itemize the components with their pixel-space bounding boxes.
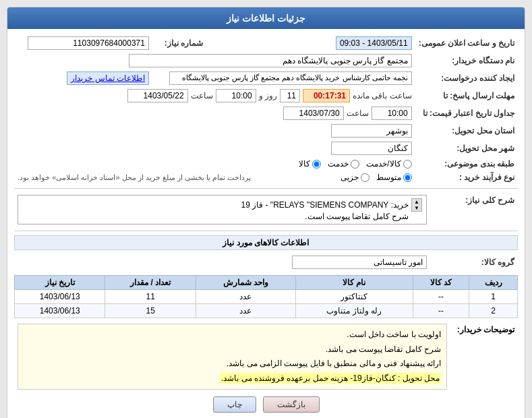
jadaval-saat-label: ساعت [347, 109, 369, 118]
ostan-value-cell: بوشهر [14, 122, 415, 140]
shahr-value-cell: کنگان [14, 140, 415, 157]
group-kala-table: گروه کالا: امور تاسیساتی [14, 253, 518, 271]
nofarayand-row: متوسط جزیی پرداخت تمام یا بخشی از مبلغ خ… [14, 171, 415, 184]
tawzihat-line: شرح کامل تقاضا پیوست می باشد. [24, 342, 441, 357]
radio-motavasset[interactable]: متوسط [376, 173, 412, 182]
content-area: تاریخ و ساعت اعلان عمومی: 1403/05/11 - 0… [7, 29, 525, 418]
mohlat-row: 1403/05/22 ساعت 10:00 روز و 11 00:17:31 … [14, 87, 415, 104]
table-row: 1--کنتاکتورعدد111403/06/13 [15, 290, 518, 304]
ijad-value-cell: نجمه حاتمی کارشناس خرید پالایشگاه دهم مج… [152, 69, 415, 87]
col-vahed: واحد شمارش [196, 276, 295, 290]
button-row: بازگشت چاپ [14, 396, 518, 413]
tawzihat-table: توضیحات خریدار: اولویت با ساخت داخل است.… [14, 322, 518, 391]
timer-value: 00:17:31 [303, 89, 350, 102]
col-tarikh: تاریخ نیاز [15, 276, 105, 290]
kala-data-table: ردیف کد کالا نام کالا واحد شمارش تعداد /… [14, 275, 518, 318]
shahr-value: کنگان [331, 142, 412, 155]
shahr-label: شهر محل تحویل: [415, 140, 518, 157]
kalaha-title: اطلاعات کالاهای مورد نیاز [14, 235, 518, 250]
radio-khedmat-input[interactable] [351, 160, 359, 169]
tawzihat-line: محل تحویل : کنگان-فاز19- هزینه حمل برعهد… [24, 371, 441, 386]
tarikh-value-cell: 1403/05/11 - 09:03 [233, 34, 415, 52]
main-container: جزئیات اطلاعات نیاز تاریخ و ساعت اعلان ع… [7, 7, 525, 418]
tamas-info-link[interactable]: اطلاعات تماس خریدار [67, 71, 149, 85]
mohlat-date: 1403/05/22 [127, 89, 188, 102]
jadaval-row: 1403/07/30 ساعت 10:00 [14, 104, 415, 122]
timer-label: ساعت باقی مانده [353, 91, 412, 100]
radio-khedmat[interactable]: خدمت [328, 159, 359, 169]
spinner-up[interactable]: ▲ [412, 199, 421, 205]
radio-khedmat-label: خدمت [328, 159, 349, 169]
sharh-table: شرح کلی نیاز: ▲ ▼ خرید: RELAYS "SIEMENS … [14, 193, 518, 227]
tarikh-value: 1403/05/11 - 09:03 [336, 36, 412, 50]
notes-box: اولویت با ساخت داخل است.شرح کامل تقاضا پ… [18, 324, 447, 390]
ijad-value: نجمه حاتمی کارشناس خرید پالایشگاه دهم مج… [169, 71, 412, 85]
group-kala-label: گروه کالا: [430, 253, 518, 271]
nofarayand-label: نوع فرآیند خرید : [415, 171, 518, 184]
page-header: جزئیات اطلاعات نیاز [7, 7, 525, 29]
namdastgah-label: نام دستگاه خریدار: [415, 52, 518, 69]
mohlat-roz: 11 [280, 89, 300, 102]
tamas-info-cell[interactable]: اطلاعات تماس خریدار [14, 69, 152, 87]
sharh-line1: خرید: RELAYS "SIEMENS COMPANY" - فاز 19 [241, 200, 409, 210]
shomare-label: شماره نیاز: [152, 34, 206, 52]
radio-jozi-input[interactable] [361, 173, 370, 182]
tawzihat-line: ارائه پیشنهاد فنی و مالی منطبق با فایل پ… [24, 357, 441, 371]
print-button[interactable]: چاپ [213, 396, 256, 413]
col-name: نام کالا [295, 276, 413, 290]
jadaval-label: جداول تاریخ اعتبار قیمت: تا [415, 104, 518, 122]
tawzihat-line: اولویت با ساخت داخل است. [24, 328, 441, 342]
sharh-line2: شرح کامل تقاضا پیوست است. [22, 212, 422, 221]
tabaghe-row: کالا/خدمت خدمت کالا [14, 157, 415, 171]
sharh-content-cell: ▲ ▼ خرید: RELAYS "SIEMENS COMPANY" - فاز… [14, 193, 430, 227]
page-title: جزئیات اطلاعات نیاز [227, 13, 305, 24]
radio-motavasset-label: متوسط [376, 173, 401, 182]
sharh-spinner-row: ▲ ▼ خرید: RELAYS "SIEMENS COMPANY" - فاز… [22, 198, 422, 212]
shomare-value: 1103097684000371 [28, 36, 149, 50]
radio-kala-label: کالا [299, 159, 310, 169]
sharh-box: ▲ ▼ خرید: RELAYS "SIEMENS COMPANY" - فاز… [18, 195, 427, 225]
mohlat-roz-label: روز و [259, 91, 277, 100]
divider1 [14, 188, 518, 189]
group-kala-value-cell: امور تاسیساتی [14, 253, 430, 271]
mohlat-saat-label: ساعت [191, 91, 213, 100]
namdastgah-value-cell: مجتمع گاز پارس جنوبی پالایشگاه دهم [14, 52, 415, 69]
tawzihat-content: اولویت با ساخت داخل است.شرح کامل تقاضا پ… [14, 322, 450, 391]
namdastgah-value: مجتمع گاز پارس جنوبی پالایشگاه دهم [129, 54, 412, 67]
back-button[interactable]: بازگشت [263, 396, 320, 413]
radio-jozi[interactable]: جزیی [341, 173, 370, 182]
divider2 [14, 231, 518, 231]
col-kod: کد کالا [413, 276, 469, 290]
sharh-label: شرح کلی نیاز: [430, 193, 518, 227]
radio-kala-khedmat-label: کالا/خدمت [366, 159, 401, 169]
radio-jozi-label: جزیی [341, 173, 359, 182]
radio-kala-khedmat-input[interactable] [403, 160, 412, 169]
radio-kala-input[interactable] [312, 160, 321, 169]
group-kala-value: امور تاسیساتی [292, 256, 427, 269]
tawzihat-label: توضیحات خریدار: [450, 322, 518, 391]
info-table: تاریخ و ساعت اعلان عمومی: 1403/05/11 - 0… [14, 34, 518, 184]
spinner-down[interactable]: ▼ [412, 205, 421, 211]
mohlat-label: مهلت ارسال پاسخ: تا [415, 87, 518, 104]
tabaghe-label: طبقه بندی موضوعی: [415, 157, 518, 171]
tarikh-label: تاریخ و ساعت اعلان عمومی: [415, 34, 518, 52]
ijad-label: ایجاد کننده درخواست: [415, 69, 518, 87]
radio-kala[interactable]: کالا [299, 159, 321, 169]
nofarayand-note: پرداخت تمام یا بخشی از مبلغ خرید از محل … [18, 173, 251, 182]
mohlat-saat: 10:00 [216, 89, 256, 102]
jadaval-date: 1403/07/30 [283, 107, 344, 120]
ostan-value: بوشهر [331, 124, 412, 138]
col-radif: ردیف [469, 276, 518, 290]
ostan-label: استان محل تحویل: [415, 122, 518, 140]
spinner[interactable]: ▲ ▼ [411, 198, 422, 212]
radio-motavasset-input[interactable] [403, 173, 412, 182]
radio-kala-khedmat[interactable]: کالا/خدمت [366, 159, 411, 169]
jadaval-saat: 10:00 [372, 107, 412, 120]
col-tedad: تعداد / مقدار [105, 276, 196, 290]
table-row: 2--رله ولتاژ متناوبعدد151403/06/13 [15, 304, 518, 318]
shomare-value-cell: 1103097684000371 [14, 34, 152, 52]
